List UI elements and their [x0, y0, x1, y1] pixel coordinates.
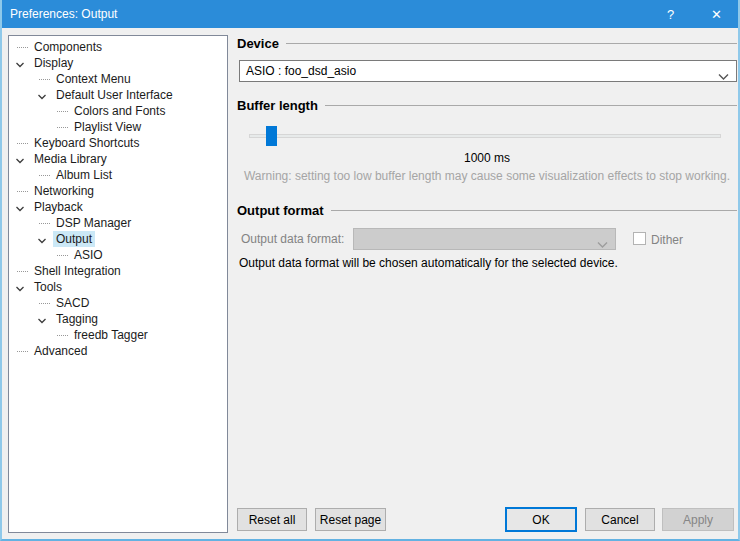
tree-item-label[interactable]: Output — [53, 231, 95, 247]
tree-item-asio[interactable]: ASIO — [9, 247, 227, 263]
ok-button[interactable]: OK — [505, 507, 577, 532]
reset-page-label: Reset page — [320, 513, 381, 527]
tree-item-label[interactable]: Components — [31, 39, 105, 55]
chevron-down-icon[interactable] — [37, 90, 47, 100]
cancel-button[interactable]: Cancel — [585, 508, 655, 531]
tree-item-label[interactable]: Playback — [31, 199, 86, 215]
reset-all-label: Reset all — [249, 513, 296, 527]
slider-thumb[interactable] — [266, 126, 277, 146]
tree-item-advanced[interactable]: Advanced — [9, 343, 227, 359]
tree-item-label[interactable]: Default User Interface — [53, 87, 176, 103]
output-format-group-title: Output format — [237, 203, 324, 218]
tree-connector — [17, 191, 28, 192]
preferences-dialog: Preferences: Output ? ✕ ComponentsDispla… — [0, 0, 740, 541]
group-divider — [286, 43, 737, 44]
group-divider — [325, 105, 737, 106]
tree-item-label[interactable]: Advanced — [31, 343, 90, 359]
device-combobox[interactable]: ASIO : foo_dsd_asio — [239, 60, 737, 82]
tree-item-networking[interactable]: Networking — [9, 183, 227, 199]
tree-item-freedb-tagger[interactable]: freedb Tagger — [9, 327, 227, 343]
tree-connector — [39, 303, 50, 304]
title-bar: Preferences: Output ? ✕ — [0, 0, 740, 28]
tree-connector — [57, 127, 68, 128]
dither-label: Dither — [651, 233, 683, 247]
output-format-group-header: Output format — [237, 203, 737, 218]
tree-connector — [39, 175, 50, 176]
tree-item-media-library[interactable]: Media Library — [9, 151, 227, 167]
tree-item-label[interactable]: Tools — [31, 279, 65, 295]
slider-track[interactable] — [249, 134, 721, 138]
help-icon: ? — [667, 7, 674, 22]
dither-checkbox — [633, 232, 646, 245]
tree-item-tools[interactable]: Tools — [9, 279, 227, 295]
buffer-group-header: Buffer length — [237, 98, 737, 113]
tree-item-label[interactable]: DSP Manager — [53, 215, 134, 231]
close-button[interactable]: ✕ — [693, 0, 740, 28]
device-group-title: Device — [237, 36, 279, 51]
reset-all-button[interactable]: Reset all — [237, 508, 307, 531]
chevron-down-icon[interactable] — [15, 154, 25, 164]
close-icon: ✕ — [711, 7, 722, 22]
tree-connector — [39, 223, 50, 224]
tree-item-dsp-manager[interactable]: DSP Manager — [9, 215, 227, 231]
tree-item-label[interactable]: Media Library — [31, 151, 110, 167]
chevron-down-icon[interactable] — [15, 58, 25, 68]
tree-item-tagging[interactable]: Tagging — [9, 311, 227, 327]
tree-connector — [57, 335, 68, 336]
tree-item-components[interactable]: Components — [9, 39, 227, 55]
chevron-down-icon — [597, 235, 608, 255]
tree-item-label[interactable]: ASIO — [71, 247, 106, 263]
window-title: Preferences: Output — [0, 7, 648, 21]
tree-item-label[interactable]: Shell Integration — [31, 263, 124, 279]
apply-label: Apply — [683, 513, 713, 527]
tree-connector — [57, 111, 68, 112]
tree-connector — [57, 255, 68, 256]
chevron-down-icon[interactable] — [15, 202, 25, 212]
tree-item-label[interactable]: Colors and Fonts — [71, 103, 168, 119]
tree-item-display[interactable]: Display — [9, 55, 227, 71]
tree-item-label[interactable]: Album List — [53, 167, 115, 183]
tree-item-playback[interactable]: Playback — [9, 199, 227, 215]
cancel-label: Cancel — [601, 513, 638, 527]
tree-item-label[interactable]: SACD — [53, 295, 92, 311]
tree-item-label[interactable]: freedb Tagger — [71, 327, 151, 343]
tree-item-label[interactable]: Keyboard Shortcuts — [31, 135, 142, 151]
preferences-tree[interactable]: ComponentsDisplayContext MenuDefault Use… — [8, 35, 228, 533]
apply-button: Apply — [662, 508, 734, 531]
chevron-down-icon[interactable] — [37, 314, 47, 324]
tree-connector — [39, 79, 50, 80]
buffer-warning: Warning: setting too low buffer length m… — [237, 169, 737, 183]
output-format-note: Output data format will be chosen automa… — [239, 256, 618, 270]
device-group-header: Device — [237, 36, 737, 51]
tree-item-playlist-view[interactable]: Playlist View — [9, 119, 227, 135]
tree-item-keyboard-shortcuts[interactable]: Keyboard Shortcuts — [9, 135, 227, 151]
buffer-value: 1000 ms — [237, 151, 737, 165]
tree-connector — [17, 143, 28, 144]
tree-item-context-menu[interactable]: Context Menu — [9, 71, 227, 87]
tree-item-label[interactable]: Networking — [31, 183, 97, 199]
tree-item-label[interactable]: Playlist View — [71, 119, 144, 135]
tree-connector — [17, 47, 28, 48]
chevron-down-icon — [718, 67, 729, 87]
tree-item-default-user-interface[interactable]: Default User Interface — [9, 87, 227, 103]
tree-item-colors-and-fonts[interactable]: Colors and Fonts — [9, 103, 227, 119]
tree-item-label[interactable]: Context Menu — [53, 71, 134, 87]
tree-item-label[interactable]: Tagging — [53, 311, 101, 327]
reset-page-button[interactable]: Reset page — [315, 508, 386, 531]
group-divider — [331, 210, 737, 211]
tree-item-label[interactable]: Display — [31, 55, 76, 71]
ok-label: OK — [532, 513, 549, 527]
chevron-down-icon[interactable] — [37, 234, 47, 244]
output-data-format-label: Output data format: — [241, 232, 344, 246]
tree-item-output[interactable]: Output — [9, 231, 227, 247]
device-combobox-value: ASIO : foo_dsd_asio — [246, 64, 356, 78]
help-button[interactable]: ? — [648, 0, 693, 28]
tree-connector — [17, 351, 28, 352]
buffer-group-title: Buffer length — [237, 98, 318, 113]
tree-item-album-list[interactable]: Album List — [9, 167, 227, 183]
output-data-format-combobox — [353, 228, 616, 250]
buffer-slider[interactable] — [237, 125, 737, 149]
chevron-down-icon[interactable] — [15, 282, 25, 292]
tree-item-shell-integration[interactable]: Shell Integration — [9, 263, 227, 279]
tree-item-sacd[interactable]: SACD — [9, 295, 227, 311]
